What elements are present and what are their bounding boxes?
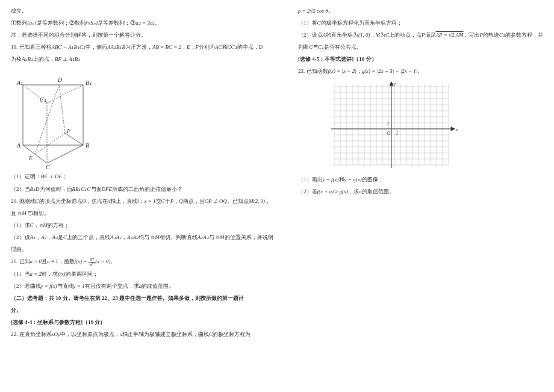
expr: ρ = 2√2 cos θ [298, 8, 328, 14]
t: 且 [42, 258, 47, 264]
t: （2）当 [11, 186, 30, 192]
expr: {√Sₙ} [86, 20, 98, 26]
t: 为正方形， [125, 44, 152, 50]
t: 与直线 [57, 283, 73, 289]
v: M [155, 234, 160, 240]
q20-part1: （1）求C，⊙M的方程； [11, 220, 276, 231]
expr: a = 2 [30, 271, 42, 277]
axis-tick-1x: 1 [396, 130, 399, 136]
q21-part1: （1）当a = 2时，求f(x)的单调区间； [11, 269, 276, 279]
t: （2）设点 [298, 32, 323, 38]
t: 上的三个点，直线 [67, 234, 110, 240]
section2-title-b: 分。 [11, 305, 276, 316]
text-line: 成立。 [11, 6, 276, 16]
module-44-title: [选修 4-4：坐标系与参数方程]（10 分） [11, 317, 276, 328]
v: M [43, 222, 48, 228]
svg-line-11 [59, 85, 65, 133]
t: 均与 ⊙ [138, 234, 155, 240]
t: 和 [339, 176, 344, 182]
svg-line-5 [47, 145, 83, 163]
t: 时，求 [42, 271, 58, 277]
q19-line2: 为棱A₁B₁上的点，BF ⊥ A₁B₁ [11, 54, 276, 64]
t: 是 [58, 234, 63, 240]
t: ， [265, 198, 270, 204]
svg-line-7 [47, 85, 83, 103]
t: 中，侧面 [86, 44, 107, 50]
v: C₁ [499, 32, 505, 38]
q22-part1: （1）将C的极坐标方程化为直角坐标方程； [298, 18, 543, 28]
expr: y = f(x) [41, 283, 57, 289]
left-column: 成立。 ①数列{aₙ}是等差数列；②数列{√Sₙ}是等差数列；③a₂ = 3a₁… [0, 0, 287, 392]
q23-part1: （1）画出y = f(x)和y = g(x)的图像； [298, 175, 543, 185]
t: （2）设 [11, 234, 30, 240]
t: 是否有公共点。 [324, 44, 362, 50]
label-B1: B₁ [86, 79, 92, 86]
expr: g(x) = |2x + 3| − |2x − 1| [362, 68, 418, 74]
expr: AA₁B₁B [107, 44, 125, 50]
q22-part2b: 判断C与C₁是否有公共点。 [298, 42, 543, 52]
axis-label-x: x [455, 126, 458, 132]
t: 的位置关系，并说明 [225, 234, 273, 240]
svg-line-9 [65, 133, 83, 145]
expr: a > 0 [30, 258, 42, 264]
right-column: ρ = 2√2 cos θ。 （1）将C的极坐标方程化为直角坐标方程； （2）设… [287, 0, 554, 392]
t: ，焦点在 [86, 198, 108, 204]
t: 。 [110, 258, 116, 264]
q19-part1: （1）证明：BF ⊥ DE； [11, 172, 276, 182]
t: （2）若 [298, 188, 317, 194]
q20-part2a: （2）设A₁，A₂，A₃是C上的三个点，直线A₁A₂，A₁A₃均与 ⊙M相切。判… [11, 232, 276, 243]
t: 与 ⊙ [209, 234, 220, 240]
svg-line-10 [35, 133, 65, 154]
label-F: F [66, 128, 71, 134]
q23-line1: 23. 已知函数f(x) = |x − 2|，g(x) = |2x + 3| −… [298, 66, 543, 76]
t: 是等差数列；③ [98, 20, 135, 26]
t: 的取值范围。 [362, 188, 394, 194]
t: 的单调区间； [66, 271, 98, 277]
t: 的轨迹 [483, 32, 499, 38]
prism-diagram: A₁ B₁ C₁ A B C D E F [11, 67, 107, 169]
v: A₁A₂ [110, 234, 122, 240]
t: 的中点， [237, 44, 259, 50]
v: M(2, 0) [249, 198, 265, 204]
v: M [220, 234, 225, 240]
t: ，求 [348, 188, 359, 194]
label-C1: C₁ [40, 96, 46, 103]
t: 的直角坐标为 [326, 32, 358, 38]
expr: f(x) [58, 271, 66, 277]
expr: a₂ = 3a₁ [135, 20, 155, 26]
v: M [376, 32, 381, 38]
t: 轴正半轴为极轴建立极坐标系，曲线 [122, 331, 209, 337]
expr: y = g(x) [344, 176, 362, 182]
axis-tick-1y: 1 [387, 120, 390, 126]
axis-label-y: y [393, 81, 396, 87]
label-B: B [86, 142, 89, 149]
expr: y = 1 [73, 283, 85, 289]
t: 。 [417, 68, 423, 74]
q23-part2: （2）若f(x + a) ≥ g(x)，求a的取值范围。 [298, 187, 543, 197]
expr: BF ⊥ DE [41, 173, 63, 179]
t: （1）画出 [298, 176, 323, 182]
label-A: A [16, 142, 21, 149]
coordinate-grid: y x O 1 1 [322, 81, 461, 171]
t: 的极坐标方程化为直角坐标方程； [321, 20, 402, 26]
expr: A₁B₁ [22, 56, 33, 62]
t: ， [370, 32, 376, 38]
q22-part2a: （2）设点A的直角坐标为(1, 0)，M为C上的动点，点P满足AP = √2 A… [298, 30, 543, 40]
q20-line1: 20. 抛物线C的顶点为坐标原点O，焦点在x轴上，直线l：x = 1交C于P，Q… [11, 196, 276, 207]
x-arrow-icon [451, 127, 455, 131]
v: M [22, 210, 26, 216]
t: 为何值时，面 [40, 186, 72, 192]
polar-eq: ρ = 2√2 cos θ。 [298, 6, 543, 16]
expr: a ≠ 1 [47, 258, 58, 264]
expr: D [259, 44, 263, 50]
t: 相切。 [33, 210, 49, 216]
expr: x = 1 [145, 198, 156, 204]
t: （1）将 [298, 20, 317, 26]
t: 。 [328, 8, 334, 14]
text-note: 注：若选择不同的组合分别解答，则按第一个解答计分。 [11, 30, 276, 40]
t: 中，以坐标原点为极点， [60, 331, 120, 337]
t: 相切。判断直线 [160, 234, 198, 240]
t: 的顶点为坐标原点 [39, 198, 82, 204]
label-D: D [57, 76, 63, 83]
t: （1）证明： [11, 173, 41, 179]
